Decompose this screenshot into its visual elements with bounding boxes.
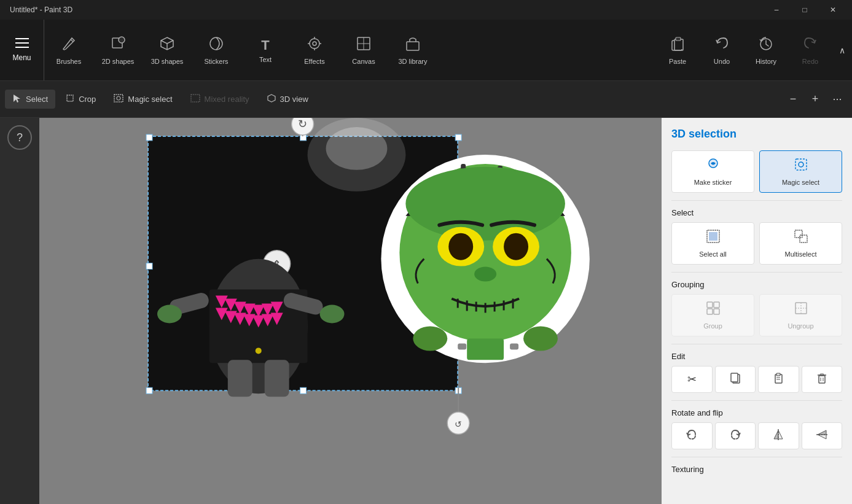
3dlibrary-icon [405,36,421,55]
paste-button[interactable]: Paste [655,20,700,80]
select-all-button[interactable]: Select all [671,222,754,265]
select-label: Select [26,95,48,104]
magic-select-icon [113,93,124,105]
paste-edit-icon [772,372,784,387]
help-button[interactable]: ? [7,125,32,150]
toolbar-item-stickers[interactable]: Stickers [192,20,241,80]
svg-rect-17 [407,42,419,50]
toolbar-item-canvas[interactable]: Canvas [339,20,388,80]
redo-button[interactable]: Redo [788,20,832,80]
rotate-left-button[interactable] [671,422,713,449]
main-area: ? ↻ ↺ [0,118,852,504]
make-sticker-label: Make sticker [694,179,732,186]
toolbar-item-text[interactable]: T Text [241,20,290,80]
toolbar-item-brushes[interactable]: Brushes [44,20,93,80]
menu-label: Menu [12,53,31,62]
rotate-left-icon [685,428,698,444]
menu-button[interactable]: Menu [0,20,44,80]
multiselect-button[interactable]: Multiselect [759,222,842,265]
zoom-in-button[interactable]: + [805,90,825,109]
svg-rect-35 [300,387,307,394]
magic-select-panel-button[interactable]: Magic select [759,150,842,193]
chevron-up-button[interactable]: ∧ [832,20,852,80]
edit-buttons: ✂ [671,366,842,393]
svg-rect-103 [714,309,719,314]
select-tool[interactable]: Select [5,90,55,109]
history-button[interactable]: History [744,20,788,80]
3dshapes-icon [159,36,175,55]
panel-top-buttons: Make sticker Magic select [671,150,842,193]
text-icon: T [261,37,269,53]
secondary-toolbar: Select Crop Magic select Mixed reality 3… [0,81,852,118]
toolbar-item-3dlibrary[interactable]: 3D library [388,20,437,80]
svg-point-92 [326,127,388,170]
paste-label: Paste [669,58,686,65]
group-button[interactable]: Group [671,294,754,336]
toolbar-item-2dshapes[interactable]: 2D shapes [93,20,143,80]
make-sticker-button[interactable]: Make sticker [671,150,754,193]
ungroup-button[interactable]: Ungroup [759,294,842,336]
paste-edit-button[interactable] [758,366,799,393]
undo-button[interactable]: Undo [700,20,744,80]
svg-point-73 [405,167,565,241]
select-all-label: Select all [699,250,727,258]
title-bar: Untitled* - Paint 3D – □ ✕ [0,0,852,20]
svg-point-7 [210,37,222,50]
canvas-icon [356,36,372,55]
rotate-buttons [671,422,842,449]
cut-button[interactable]: ✂ [671,366,713,393]
select-buttons: Select all Multiselect [671,222,842,265]
effects-icon [307,36,322,55]
help-panel: ? [0,118,39,504]
more-button[interactable]: ··· [827,90,847,109]
zoom-out-button[interactable]: − [783,90,803,109]
maximize-button[interactable]: □ [791,0,819,20]
rotate-right-button[interactable] [715,422,756,449]
svg-rect-94 [795,159,807,170]
delete-button[interactable] [802,366,843,393]
delete-icon [816,372,828,387]
flip-vertical-icon [815,428,829,444]
svg-rect-102 [707,309,713,314]
panel-title: 3D selection [671,128,842,141]
select-arrow-icon [12,93,22,105]
toolbar-item-effects[interactable]: Effects [290,20,339,80]
3dview-label: 3D view [280,95,308,104]
window-controls: – □ ✕ [762,0,847,20]
svg-rect-21 [67,95,73,101]
canvas-svg: ↻ ↺ ⇕ [39,118,662,504]
multiselect-icon [794,229,808,247]
svg-marker-119 [778,430,783,439]
magic-select-panel-label: Magic select [782,179,819,186]
3dview-tool[interactable]: 3D view [259,90,316,109]
flip-horizontal-icon [772,428,785,444]
group-icon [706,301,721,319]
select-all-icon [706,229,721,247]
svg-marker-118 [774,430,778,439]
svg-point-5 [119,37,125,43]
svg-rect-98 [795,230,802,238]
toolbar-item-3dshapes[interactable]: 3D shapes [143,20,192,80]
copy-button[interactable] [715,366,756,393]
flip-horizontal-button[interactable] [758,422,799,449]
crop-label: Crop [79,95,96,104]
brushes-icon [61,36,77,55]
undo-icon [714,36,730,55]
svg-rect-108 [731,373,738,382]
svg-rect-101 [714,302,719,308]
svg-rect-24 [191,95,200,102]
svg-text:↻: ↻ [298,118,307,130]
flip-vertical-button[interactable] [802,422,843,449]
history-label: History [756,58,776,65]
copy-icon [729,372,741,387]
svg-rect-86 [467,338,504,360]
magic-select-panel-icon [794,157,808,175]
svg-rect-2 [15,47,29,48]
close-button[interactable]: ✕ [819,0,847,20]
minimize-button[interactable]: – [762,0,791,20]
magic-select-tool[interactable]: Magic select [106,90,179,109]
magic-select-label: Magic select [128,95,172,104]
group-label: Group [703,322,722,330]
svg-rect-31 [455,134,461,141]
crop-tool[interactable]: Crop [58,90,103,109]
